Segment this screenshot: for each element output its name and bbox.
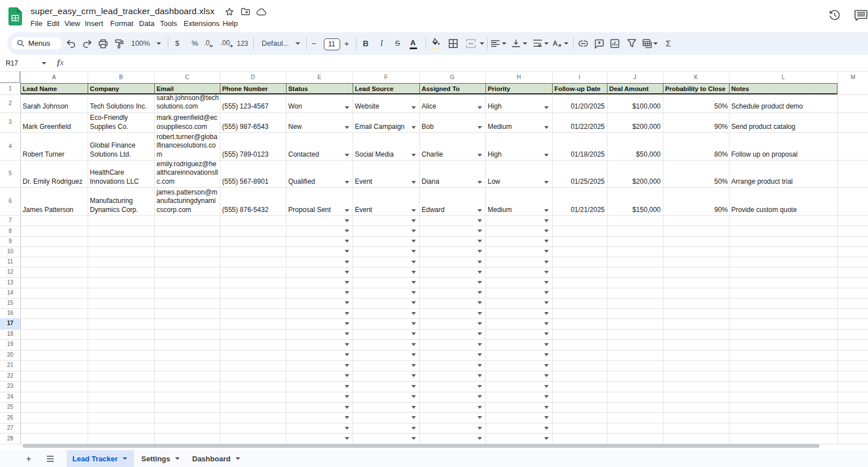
svg-text:A: A <box>553 40 558 47</box>
svg-text:.00: .00 <box>220 40 230 47</box>
svg-text:.0: .0 <box>204 40 210 47</box>
